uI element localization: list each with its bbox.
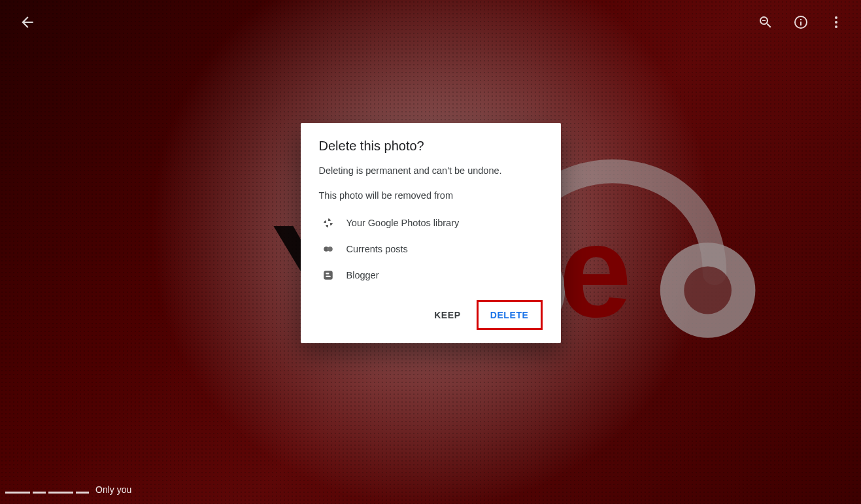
svg-rect-12 — [326, 276, 331, 277]
svg-point-4 — [835, 16, 837, 19]
destination-google-photos: Your Google Photos library — [322, 210, 543, 236]
svg-point-9 — [328, 246, 333, 252]
zoom-button[interactable] — [752, 9, 779, 35]
blogger-icon — [322, 269, 335, 282]
more-vert-icon — [828, 14, 844, 30]
more-button[interactable] — [823, 9, 849, 35]
svg-rect-10 — [324, 271, 333, 280]
destination-label: Blogger — [346, 270, 379, 280]
delete-photo-dialog: Delete this photo? Deleting is permanent… — [301, 123, 561, 343]
google-photos-icon — [322, 216, 335, 229]
annotation-highlight-box: Delete — [477, 300, 543, 330]
magnifier-minus-icon — [758, 14, 773, 30]
currents-icon — [322, 243, 335, 256]
caption-redacted-name — [5, 486, 89, 494]
destination-currents: Currents posts — [322, 236, 543, 262]
svg-point-6 — [835, 25, 837, 28]
svg-point-5 — [835, 21, 837, 24]
viewer-toolbar — [0, 7, 861, 38]
delete-button[interactable]: Delete — [479, 303, 541, 327]
removal-destinations-list: Your Google Photos library Currents post… — [322, 210, 543, 288]
back-button[interactable] — [14, 9, 41, 35]
dialog-warning-text: Deleting is permanent and can't be undon… — [319, 165, 543, 176]
visibility-label: Only you — [95, 484, 131, 495]
keep-button[interactable]: Keep — [422, 303, 473, 327]
svg-rect-11 — [326, 273, 329, 274]
info-icon — [793, 14, 809, 30]
dialog-actions: Keep Delete — [319, 300, 543, 334]
photo-caption-footer: Only you — [5, 484, 131, 495]
dialog-removed-from-text: This photo will be removed from — [319, 190, 543, 201]
info-button[interactable] — [788, 9, 814, 35]
dialog-title: Delete this photo? — [319, 139, 543, 154]
destination-label: Currents posts — [346, 244, 408, 254]
arrow-left-icon — [19, 14, 36, 31]
destination-blogger: Blogger — [322, 262, 543, 288]
destination-label: Your Google Photos library — [346, 218, 460, 228]
